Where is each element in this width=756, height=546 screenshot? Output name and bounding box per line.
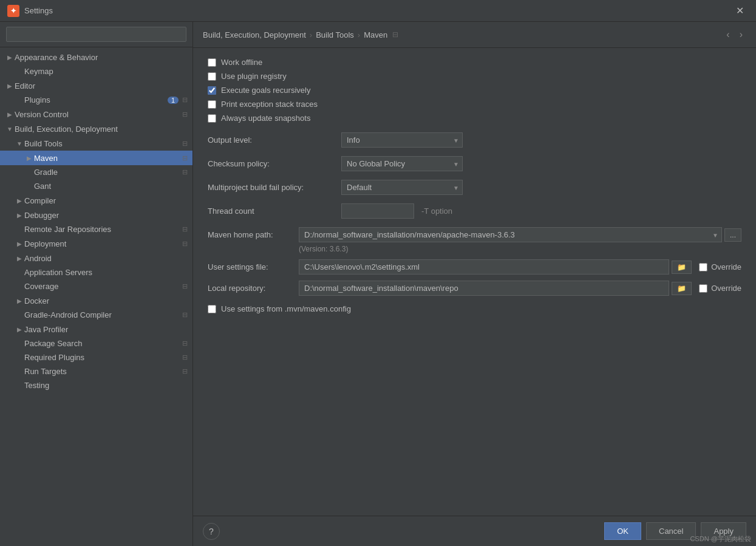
grid-icon-version-control: ⊟ (182, 111, 188, 118)
sidebar-item-docker[interactable]: ▶Docker (0, 293, 192, 308)
titlebar: ✦ Settings ✕ (0, 0, 756, 22)
maven-home-input-wrap: ▼ ... (299, 227, 741, 242)
search-input[interactable] (6, 27, 186, 42)
app-icon: ✦ (7, 5, 19, 17)
sidebar-item-build-tools[interactable]: ▼Build Tools⊟ (0, 136, 192, 151)
sidebar-item-testing[interactable]: Testing (0, 378, 192, 392)
back-button[interactable]: ‹ (723, 28, 733, 41)
sidebar-item-android[interactable]: ▶Android (0, 251, 192, 265)
local-repo-override-checkbox[interactable] (699, 284, 707, 293)
grid-icon-run-targets: ⊟ (182, 367, 188, 375)
main-panel: Build, Execution, Deployment › Build Too… (193, 22, 756, 546)
sidebar-item-java-profiler[interactable]: ▶Java Profiler (0, 322, 192, 336)
sidebar-item-compiler[interactable]: ▶Compiler (0, 193, 192, 208)
execute-goals-checkbox[interactable] (208, 86, 216, 95)
checksum-policy-dropdown-wrapper: No Global Policy Strict Lax ▼ (341, 156, 463, 171)
sidebar-label-appearance: Appearance & Behavior (15, 53, 188, 62)
sidebar-item-gradle[interactable]: Gradle⊟ (0, 165, 192, 179)
grid-icon-package-search: ⊟ (182, 340, 188, 347)
sidebar-item-deployment[interactable]: ▶Deployment⊟ (0, 236, 192, 251)
sidebar-item-gradle-android[interactable]: Gradle-Android Compiler⊟ (0, 308, 192, 322)
use-plugin-registry-checkbox[interactable] (208, 72, 216, 81)
always-update-label: Always update snapshots (221, 114, 310, 123)
sidebar-label-package-search: Package Search (24, 339, 181, 348)
cancel-button[interactable]: Cancel (646, 522, 696, 540)
grid-icon-maven: ⊟ (182, 154, 188, 162)
sidebar-item-required-plugins[interactable]: Required Plugins⊟ (0, 350, 192, 364)
arrow-icon-build-tools: ▼ (15, 138, 24, 148)
sidebar-item-gant[interactable]: Gant (0, 179, 192, 193)
print-exception-row: Print exception stack traces (208, 100, 741, 109)
execute-goals-label: Execute goals recursively (221, 86, 310, 95)
always-update-row: Always update snapshots (208, 114, 741, 123)
sidebar-item-appearance[interactable]: ▶Appearance & Behavior (0, 50, 192, 64)
sidebar-label-deployment: Deployment (24, 239, 181, 248)
close-button[interactable]: ✕ (731, 2, 749, 19)
sidebar-label-debugger: Debugger (24, 211, 188, 220)
work-offline-checkbox[interactable] (208, 58, 216, 67)
sidebar-label-java-profiler: Java Profiler (24, 325, 188, 334)
sidebar-label-app-servers: Application Servers (24, 268, 188, 277)
forward-button[interactable]: › (736, 28, 746, 41)
thread-count-row: Thread count -T option (208, 203, 741, 219)
sidebar-item-maven[interactable]: ▶Maven⊟ (0, 151, 192, 165)
arrow-icon-android: ▶ (15, 253, 24, 263)
local-repo-browse-button[interactable]: 📁 (672, 282, 692, 295)
sidebar-label-android: Android (24, 254, 188, 263)
always-update-checkbox[interactable] (208, 114, 216, 123)
user-settings-input[interactable] (299, 259, 669, 275)
sidebar-item-debugger[interactable]: ▶Debugger (0, 208, 192, 222)
grid-icon-build-tools: ⊟ (182, 140, 188, 148)
breadcrumb-nav: ‹ › (723, 28, 746, 41)
maven-home-browse-button[interactable]: ... (724, 228, 741, 242)
sidebar-item-app-servers[interactable]: Application Servers (0, 265, 192, 279)
arrow-icon-deployment: ▶ (15, 239, 24, 248)
sidebar-label-docker: Docker (24, 296, 188, 305)
sidebar-label-coverage: Coverage (24, 282, 181, 291)
work-offline-row: Work offline (208, 58, 741, 67)
sidebar-item-remote-jar[interactable]: Remote Jar Repositories⊟ (0, 222, 192, 236)
sidebar: ▶Appearance & BehaviorKeymap▶EditorPlugi… (0, 22, 193, 546)
sidebar-label-compiler: Compiler (24, 196, 188, 205)
sidebar-label-maven: Maven (34, 154, 181, 163)
local-repo-input[interactable] (299, 281, 669, 296)
checksum-policy-dropdown[interactable]: No Global Policy Strict Lax (341, 156, 463, 171)
multiproject-dropdown-wrapper: Default Fail at End Never Fail ▼ (341, 180, 463, 195)
arrow-icon-build-exec-deploy: ▼ (5, 124, 15, 134)
sidebar-item-package-search[interactable]: Package Search⊟ (0, 336, 192, 350)
print-exception-checkbox[interactable] (208, 100, 216, 109)
grid-icon-gradle: ⊟ (182, 168, 188, 176)
arrow-icon-java-profiler: ▶ (15, 324, 24, 334)
local-repo-label: Local repository: (208, 284, 299, 293)
sidebar-item-run-targets[interactable]: Run Targets⊟ (0, 364, 192, 378)
breadcrumb-part-0: Build, Execution, Deployment (203, 30, 306, 39)
sidebar-item-coverage[interactable]: Coverage⊟ (0, 279, 192, 293)
thread-count-input[interactable] (341, 203, 414, 219)
arrow-icon-editor: ▶ (5, 81, 15, 90)
watermark: CSDN @芋泥肉松袋 (690, 534, 751, 544)
thread-count-label: Thread count (208, 206, 341, 216)
maven-home-input[interactable] (299, 227, 722, 242)
sidebar-item-keymap[interactable]: Keymap (0, 64, 192, 78)
breadcrumb-bar: Build, Execution, Deployment › Build Too… (193, 22, 756, 48)
local-repo-row: Local repository: 📁 Override (208, 281, 741, 296)
breadcrumb-part-1: Build Tools (316, 30, 354, 39)
breadcrumb-icon: ⊟ (392, 30, 398, 39)
multiproject-dropdown[interactable]: Default Fail at End Never Fail (341, 180, 463, 195)
sidebar-item-version-control[interactable]: ▶Version Control⊟ (0, 107, 192, 121)
help-button[interactable]: ? (203, 523, 220, 540)
multiproject-row: Multiproject build fail policy: Default … (208, 180, 741, 195)
grid-icon-coverage: ⊟ (182, 282, 188, 290)
sidebar-item-build-exec-deploy[interactable]: ▼Build, Execution, Deployment (0, 121, 192, 136)
sidebar-item-editor[interactable]: ▶Editor (0, 78, 192, 93)
use-settings-checkbox[interactable] (208, 305, 216, 313)
use-plugin-label: Use plugin registry (221, 72, 287, 81)
user-settings-override-checkbox[interactable] (699, 263, 707, 271)
output-level-dropdown[interactable]: Info Debug Warn Error (341, 132, 463, 148)
breadcrumb-part-2: Maven (364, 30, 387, 39)
user-settings-browse-button[interactable]: 📁 (672, 261, 692, 274)
ok-button[interactable]: OK (604, 522, 641, 540)
sidebar-item-plugins[interactable]: Plugins1⊟ (0, 93, 192, 107)
breadcrumb-sep-0: › (310, 30, 312, 39)
maven-home-dropdown-wrapper: ▼ (299, 227, 722, 242)
